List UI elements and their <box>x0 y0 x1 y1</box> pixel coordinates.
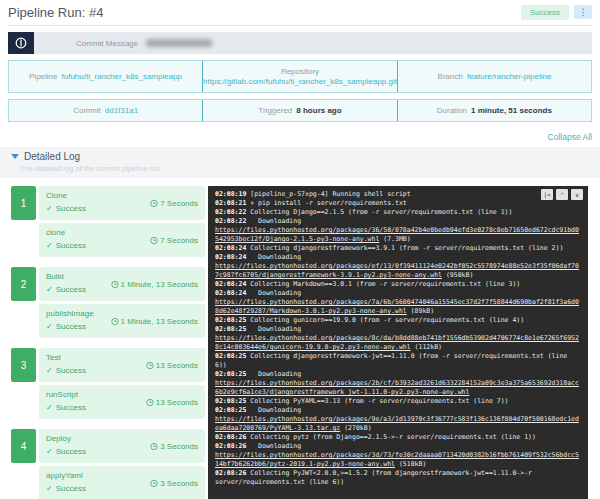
stage-number-column: 3 <box>11 348 36 419</box>
package-link[interactable]: https://files.pythonhosted.org/packages/… <box>215 415 579 432</box>
log-timestamp: 02:08:25 <box>215 406 246 414</box>
step-duration: 7 Seconds <box>150 236 198 245</box>
log-timestamp: 02:08:25 <box>215 316 246 324</box>
success-check-icon: ✓ <box>46 403 53 412</box>
log-timestamp: 02:08:26 <box>215 469 246 477</box>
status-text: Success <box>56 366 86 375</box>
log-text: Collecting PyYAML==3.13 (from -r server/… <box>246 397 508 405</box>
log-line: 02:08:19 [pipeline_p-57xpg-4] Running sh… <box>215 190 581 199</box>
success-check-icon: ✓ <box>46 484 53 493</box>
step-duration: 3 Seconds <box>150 479 198 488</box>
commit-info-box: Commit dd1f31a1 Triggered 8 hours ago Du… <box>8 99 592 122</box>
stage-card[interactable]: Clone✓Success7 Seconds <box>39 186 205 220</box>
clock-icon <box>150 199 158 207</box>
log-scroll-up-button[interactable]: ^ <box>556 189 568 200</box>
log-timestamp: 02:08:22 <box>215 208 246 216</box>
status-text: Success <box>56 322 86 331</box>
stage-card[interactable]: Test✓Success13 Seconds <box>39 348 205 382</box>
detailed-log-body: 1Clone✓Success7 Secondsclone✓Success7 Se… <box>8 186 592 499</box>
duration-text: 1 Minute, 13 Seconds <box>121 280 198 289</box>
commit-message-redacted <box>146 39 212 47</box>
log-timestamp: 02:08:22 <box>215 217 246 225</box>
step-card[interactable]: runScript✓Success13 Seconds <box>39 385 205 419</box>
log-line: 02:08:24 Collecting djangorestframework=… <box>215 244 581 253</box>
duration-text: 7 Seconds <box>160 199 198 208</box>
log-scroll-top-button[interactable]: |< <box>541 189 553 200</box>
clock-icon <box>150 442 158 450</box>
log-timestamp: 02:08:19 <box>215 190 246 198</box>
branch-column: Branch feature/rancher-pipeline <box>397 61 591 92</box>
duration-text: 13 Seconds <box>156 398 198 407</box>
status-text: Success <box>56 241 86 250</box>
stage-cards: Build✓Success1 Minute, 13 Secondspublish… <box>39 267 205 338</box>
step-card[interactable]: publishImage✓Success1 Minute, 13 Seconds <box>39 304 205 338</box>
log-link-line: https://files.pythonhosted.org/packages/… <box>215 226 581 244</box>
step-duration: 13 Seconds <box>146 398 198 407</box>
commit-icon <box>8 32 34 54</box>
pipeline-info-box: Pipeline fufuhu/ti_rancher_k8s_sampleapp… <box>8 60 592 93</box>
success-check-icon: ✓ <box>46 241 53 250</box>
branch-value-link[interactable]: feature/rancher-pipeline <box>467 72 552 81</box>
log-line: 02:08:26 Collecting pytz (from Django==2… <box>215 433 581 442</box>
duration-value: 1 minute, 51 seconds <box>471 106 552 115</box>
package-link[interactable]: https://files.pythonhosted.org/packages/… <box>215 379 579 396</box>
pipeline-run-page: Pipeline Run: #4 Success ⋮ Commit Messag… <box>0 0 600 499</box>
stage-duration: 7 Seconds <box>150 199 198 208</box>
log-line: 02:08:22 Downloading <box>215 217 581 226</box>
duration-column: Duration 1 minute, 51 seconds <box>397 100 591 121</box>
package-link[interactable]: https://files.pythonhosted.org/packages/… <box>215 298 579 315</box>
log-line: 02:08:21 + pip install -r server/require… <box>215 199 581 208</box>
repository-value-link[interactable]: https://gitlab.com/fufuhu/ti_rancher_k8s… <box>203 77 397 86</box>
log-timestamp: 02:08:25 <box>215 325 246 333</box>
package-size: (7.3MB) <box>379 235 410 243</box>
status-badge: Success <box>521 5 569 20</box>
package-link[interactable]: https://files.pythonhosted.org/packages/… <box>215 334 579 351</box>
log-text: Downloading <box>246 406 301 414</box>
collapse-all-link[interactable]: Collapse All <box>548 132 592 142</box>
stage-duration: 13 Seconds <box>146 361 198 370</box>
stage-number-badge: 1 <box>11 186 36 220</box>
stage-group: 1Clone✓Success7 Secondsclone✓Success7 Se… <box>11 186 205 257</box>
log-text: Collecting djangorestframework==3.9.1 (f… <box>246 244 563 252</box>
detailed-log-subtitle: The detailed log of the current pipeline… <box>20 164 592 173</box>
log-scroll-down-button[interactable]: v <box>571 189 583 200</box>
commit-message-label: Commit Message <box>76 39 138 48</box>
menu-button[interactable]: ⋮ <box>574 5 592 19</box>
package-link[interactable]: https://files.pythonhosted.org/packages/… <box>215 262 579 279</box>
log-line: 02:08:25 Downloading <box>215 370 581 379</box>
log-timestamp: 02:08:26 <box>215 442 246 450</box>
log-text: Downloading <box>246 370 301 378</box>
collapse-row: Collapse All <box>8 126 592 144</box>
clock-icon <box>150 479 158 487</box>
commit-circle-icon <box>14 36 28 50</box>
stage-card[interactable]: Build✓Success1 Minute, 13 Seconds <box>39 267 205 301</box>
log-line: 02:08:25 Collecting PyYAML==3.13 (from -… <box>215 397 581 406</box>
commit-message-field: Commit Message <box>34 32 592 54</box>
log-timestamp: 02:08:26 <box>215 433 246 441</box>
clock-icon <box>111 280 119 288</box>
step-card[interactable]: applyYaml✓Success3 Seconds <box>39 466 205 499</box>
stage-duration: 1 Minute, 13 Seconds <box>111 280 198 289</box>
pipeline-column: Pipeline fufuhu/ti_rancher_k8s_sampleapp <box>9 61 202 92</box>
pipeline-value-link[interactable]: fufuhu/ti_rancher_k8s_sampleapp <box>62 72 183 81</box>
log-text: Collecting Django==2.1.5 (from -r server… <box>246 208 512 216</box>
log-link-line: https://files.pythonhosted.org/packages/… <box>215 262 581 280</box>
commit-message-bar: Commit Message <box>8 32 592 54</box>
stage-number-column: 2 <box>11 267 36 338</box>
step-card[interactable]: clone✓Success7 Seconds <box>39 223 205 257</box>
detailed-log-title: Detailed Log <box>24 151 80 162</box>
header-actions: Success ⋮ <box>521 5 592 20</box>
log-text: Collecting pytz (from Django==2.1.5->-r … <box>246 433 536 441</box>
log-text: Collecting gunicorn==19.9.0 (from -r ser… <box>246 316 524 324</box>
detailed-log-toggle[interactable]: Detailed Log <box>11 151 592 162</box>
package-size: (89kB) <box>407 307 434 315</box>
duration-text: 1 Minute, 13 Seconds <box>121 317 198 326</box>
success-check-icon: ✓ <box>46 322 53 331</box>
log-text: Downloading <box>246 289 301 297</box>
commit-value-link[interactable]: dd1f31a1 <box>105 106 138 115</box>
stage-number-badge: 2 <box>11 267 36 301</box>
success-check-icon: ✓ <box>46 204 53 213</box>
stage-card[interactable]: Deploy✓Success3 Seconds <box>39 429 205 463</box>
stage-group: 3Test✓Success13 SecondsrunScript✓Success… <box>11 348 205 419</box>
success-check-icon: ✓ <box>46 285 53 294</box>
